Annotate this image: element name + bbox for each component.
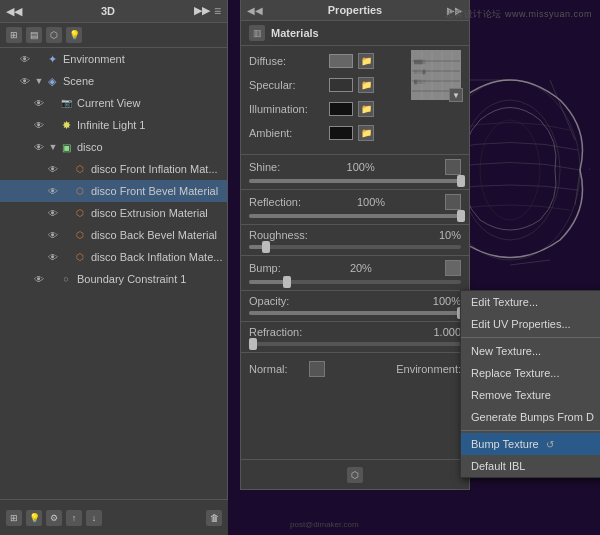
illumination-folder-btn[interactable]: 📁 (358, 101, 374, 117)
tree-item-mat4[interactable]: 👁 ⬡ disco Back Bevel Material (0, 224, 227, 246)
roughness-slider-row: Roughness: 10% (241, 229, 469, 249)
ambient-folder-btn[interactable]: 📁 (358, 125, 374, 141)
tree-label-scene: Scene (63, 75, 223, 87)
props-bottom-icon[interactable]: ⬡ (347, 467, 363, 483)
reflection-slider-row: Reflection: 100% (241, 194, 469, 218)
context-menu: Edit Texture... Edit UV Properties... Ne… (460, 290, 600, 478)
bottom-icon-1[interactable]: ⊞ (6, 510, 22, 526)
bottom-icon-4[interactable]: ↑ (66, 510, 82, 526)
opacity-track[interactable] (249, 311, 461, 315)
opacity-label: Opacity: (249, 295, 289, 307)
panel-3d: ◀◀ 3D ▶▶ ≡ ⊞ ▤ ⬡ 💡 👁 ✦ Environment 👁 ▼ ◈… (0, 0, 228, 535)
tree-item-mat2[interactable]: 👁 ⬡ disco Front Bevel Material (0, 180, 227, 202)
type-icon-mat5: ⬡ (72, 249, 88, 265)
toolbar-icon-2[interactable]: ▤ (26, 27, 42, 43)
tree-item-mat5[interactable]: 👁 ⬡ disco Back Inflation Mate... (0, 246, 227, 268)
normal-folder-btn[interactable] (309, 361, 325, 377)
properties-title: Properties (328, 4, 382, 16)
panel-collapse-right[interactable]: ▶▶ ≡ (194, 4, 221, 18)
cursor-indicator: ↺ (546, 439, 554, 450)
toolbar-icon-4[interactable]: 💡 (66, 27, 82, 43)
diffuse-folder-btn[interactable]: 📁 (358, 53, 374, 69)
ctx-default-ibl[interactable]: Default IBL (461, 455, 600, 477)
type-icon-mat2: ⬡ (72, 183, 88, 199)
shine-thumb[interactable] (457, 175, 465, 187)
materials-tab-icon: ▥ (249, 25, 265, 41)
ctx-gen-bumps[interactable]: Generate Bumps From D (461, 406, 600, 428)
specular-folder-btn[interactable]: 📁 (358, 77, 374, 93)
bump-btn[interactable] (445, 260, 461, 276)
type-icon-mat3: ⬡ (72, 205, 88, 221)
toolbar-icon-1[interactable]: ⊞ (6, 27, 22, 43)
expand-scene[interactable]: ▼ (34, 76, 44, 86)
visibility-icon-mat2[interactable]: 👁 (46, 184, 60, 198)
reflection-track[interactable] (249, 214, 461, 218)
illumination-row: Illumination: 📁 (249, 98, 403, 120)
shine-track[interactable] (249, 179, 461, 183)
tree-item-boundary[interactable]: 👁 ○ Boundary Constraint 1 (0, 268, 227, 290)
panel-collapse-left[interactable]: ◀◀ (6, 5, 22, 18)
bottom-icon-3[interactable]: ⚙ (46, 510, 62, 526)
panel-toolbar: ⊞ ▤ ⬡ 💡 (0, 23, 227, 48)
tree-item-mat1[interactable]: 👁 ⬡ disco Front Inflation Mat... (0, 158, 227, 180)
type-icon-scene: ◈ (44, 73, 60, 89)
tree-label-view: Current View (77, 97, 223, 109)
collapse-right-icon[interactable]: ▶▶ (194, 4, 210, 18)
visibility-icon-boundary[interactable]: 👁 (32, 272, 46, 286)
bump-thumb[interactable] (283, 276, 291, 288)
collapse-left-icon[interactable]: ◀◀ (6, 5, 22, 18)
toolbar-icon-3[interactable]: ⬡ (46, 27, 62, 43)
props-collapse-icon[interactable]: ◀◀ (247, 5, 263, 16)
tree-item-infinite-light[interactable]: 👁 ✸ Infinite Light 1 (0, 114, 227, 136)
reflection-label: Reflection: (249, 196, 301, 208)
bump-track[interactable] (249, 280, 461, 284)
ctx-edit-uv[interactable]: Edit UV Properties... (461, 313, 600, 335)
visibility-icon-mat4[interactable]: 👁 (46, 228, 60, 242)
ambient-swatch[interactable] (329, 126, 353, 140)
type-icon-disco: ▣ (58, 139, 74, 155)
refraction-thumb[interactable] (249, 338, 257, 350)
ctx-bump-texture[interactable]: Bump Texture ↺ (461, 433, 600, 455)
visibility-icon-view[interactable]: 👁 (32, 96, 46, 110)
reflection-thumb[interactable] (457, 210, 465, 222)
materials-tab[interactable]: ▥ Materials (241, 21, 469, 46)
visibility-icon-light[interactable]: 👁 (32, 118, 46, 132)
bottom-icon-delete[interactable]: 🗑 (206, 510, 222, 526)
ctx-replace-texture[interactable]: Replace Texture... (461, 362, 600, 384)
environment-label: Environment: (396, 363, 461, 375)
roughness-thumb[interactable] (262, 241, 270, 253)
diffuse-swatch[interactable] (329, 54, 353, 68)
visibility-icon-mat5[interactable]: 👁 (46, 250, 60, 264)
illumination-swatch[interactable] (329, 102, 353, 116)
tree-item-environment[interactable]: 👁 ✦ Environment (0, 48, 227, 70)
ctx-edit-texture[interactable]: Edit Texture... (461, 291, 600, 313)
roughness-track[interactable] (249, 245, 461, 249)
visibility-icon-disco[interactable]: 👁 (32, 140, 46, 154)
specular-swatch[interactable] (329, 78, 353, 92)
refraction-track[interactable] (249, 342, 461, 346)
visibility-icon-mat3[interactable]: 👁 (46, 206, 60, 220)
bottom-icon-5[interactable]: ↓ (86, 510, 102, 526)
visibility-icon-mat1[interactable]: 👁 (46, 162, 60, 176)
tree-item-mat3[interactable]: 👁 ⬡ disco Extrusion Material (0, 202, 227, 224)
shine-btn[interactable] (445, 159, 461, 175)
visibility-icon-scene[interactable]: 👁 (18, 74, 32, 88)
ctx-new-texture[interactable]: New Texture... (461, 340, 600, 362)
bottom-icon-2[interactable]: 💡 (26, 510, 42, 526)
reflection-btn[interactable] (445, 194, 461, 210)
tree-item-scene[interactable]: 👁 ▼ ◈ Scene (0, 70, 227, 92)
props-collapse-left[interactable]: ◀◀ (247, 5, 263, 16)
tree-item-currentview[interactable]: 👁 📷 Current View (0, 92, 227, 114)
ctx-remove-texture[interactable]: Remove Texture (461, 384, 600, 406)
tree-label-mat2: disco Front Bevel Material (91, 185, 223, 197)
illumination-label: Illumination: (249, 103, 329, 115)
tree-item-disco[interactable]: 👁 ▼ ▣ disco (0, 136, 227, 158)
expand-disco[interactable]: ▼ (48, 142, 58, 152)
visibility-icon-env[interactable]: 👁 (18, 52, 32, 66)
svg-line-5 (550, 80, 575, 140)
diffuse-row: Diffuse: 📁 (249, 50, 403, 72)
hamburger-menu[interactable]: ≡ (214, 4, 221, 18)
texture-expand-btn[interactable]: ▼ (449, 88, 463, 102)
tree-label-mat4: disco Back Bevel Material (91, 229, 223, 241)
watermark-bottom: post@dimaker.com (290, 520, 359, 529)
